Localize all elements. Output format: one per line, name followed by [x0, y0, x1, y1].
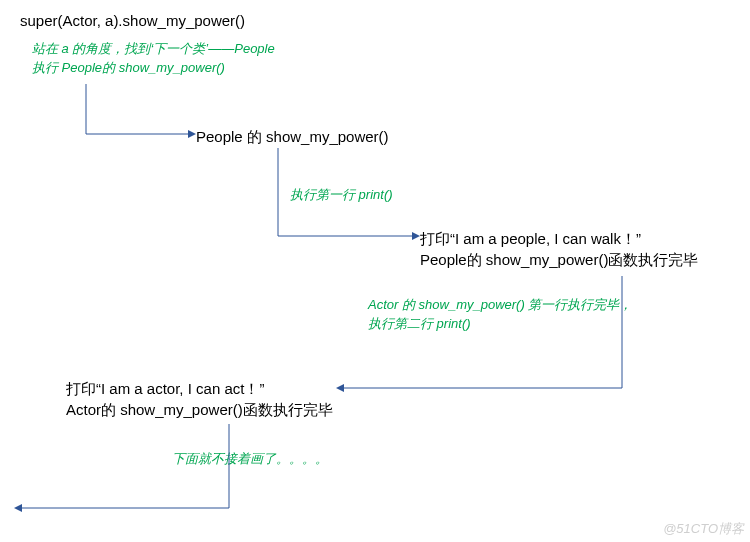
comment-actor-firstline: Actor 的 show_my_power() 第一行执行完毕， 执行第二行 p…	[368, 296, 632, 334]
step-actor-print: 打印“I am a actor, I can act！” Actor的 show…	[66, 378, 333, 420]
node-line: People的 show_my_power()函数执行完毕	[420, 249, 698, 270]
comment-first-print: 执行第一行 print()	[290, 186, 393, 205]
comment-line: Actor 的 show_my_power() 第一行执行完毕，	[368, 296, 632, 315]
node-line: Actor的 show_my_power()函数执行完毕	[66, 399, 333, 420]
step-people-print: 打印“I am a people, I can walk！” People的 s…	[420, 228, 698, 270]
svg-marker-3	[14, 504, 22, 512]
node-line: 打印“I am a people, I can walk！”	[420, 228, 698, 249]
svg-marker-2	[336, 384, 344, 392]
svg-marker-0	[188, 130, 196, 138]
comment-line: 执行第二行 print()	[368, 315, 632, 334]
step-people-show: People 的 show_my_power()	[196, 126, 389, 147]
comment-super-explain: 站在 a 的角度，找到‘下一个类’——People 执行 People的 sho…	[32, 40, 275, 78]
watermark: @51CTO博客	[663, 520, 744, 538]
flow-arrows	[0, 0, 750, 542]
comment-line: 执行 People的 show_my_power()	[32, 59, 275, 78]
node-line: 打印“I am a actor, I can act！”	[66, 378, 333, 399]
comment-not-continue: 下面就不接着画了。。。。	[172, 450, 328, 469]
comment-line: 站在 a 的角度，找到‘下一个类’——People	[32, 40, 275, 59]
svg-marker-1	[412, 232, 420, 240]
step-super-call: super(Actor, a).show_my_power()	[20, 10, 245, 31]
